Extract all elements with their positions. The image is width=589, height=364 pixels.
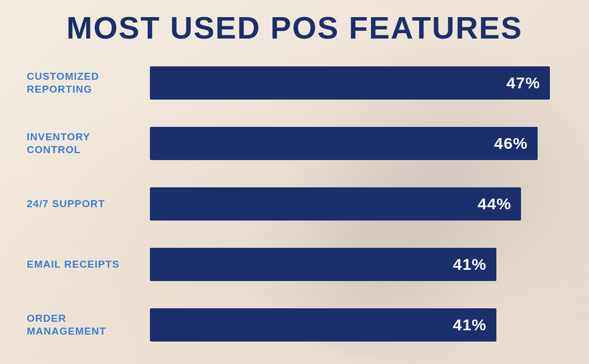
row-label-4: ORDERMANAGEMENT: [27, 312, 150, 338]
chart-row: CUSTOMIZEDREPORTING47%: [27, 66, 562, 100]
row-label-2: 24/7 SUPPORT: [27, 198, 150, 210]
bar-1: 46%: [150, 127, 538, 160]
bar-3: 41%: [150, 248, 496, 281]
row-label-3: EMAIL RECEIPTS: [27, 258, 150, 271]
bar-0: 47%: [150, 66, 550, 100]
chart-area: CUSTOMIZEDREPORTING47%INVENTORYCONTROL46…: [27, 55, 562, 353]
chart-row: 24/7 SUPPORT44%: [27, 187, 562, 221]
chart-row: INVENTORYCONTROL46%: [27, 127, 562, 160]
main-content: MOST USED POS FEATURES CUSTOMIZEDREPORTI…: [0, 0, 589, 364]
bar-container-1: 46%: [150, 127, 562, 160]
bar-container-0: 47%: [150, 66, 562, 100]
bar-value-4: 41%: [453, 316, 487, 334]
chart-row: ORDERMANAGEMENT41%: [27, 308, 562, 342]
bar-value-3: 41%: [453, 255, 487, 274]
row-label-0: CUSTOMIZEDREPORTING: [27, 70, 150, 96]
bar-2: 44%: [150, 187, 521, 221]
chart-title: MOST USED POS FEATURES: [27, 11, 562, 45]
row-label-1: INVENTORYCONTROL: [27, 131, 150, 156]
bar-value-2: 44%: [478, 195, 511, 213]
bar-container-2: 44%: [150, 187, 562, 221]
chart-row: EMAIL RECEIPTS41%: [27, 248, 562, 281]
bar-container-4: 41%: [150, 308, 562, 342]
bar-container-3: 41%: [150, 248, 562, 281]
bar-4: 41%: [150, 308, 496, 342]
bar-value-1: 46%: [494, 134, 528, 153]
bar-value-0: 47%: [507, 74, 540, 92]
